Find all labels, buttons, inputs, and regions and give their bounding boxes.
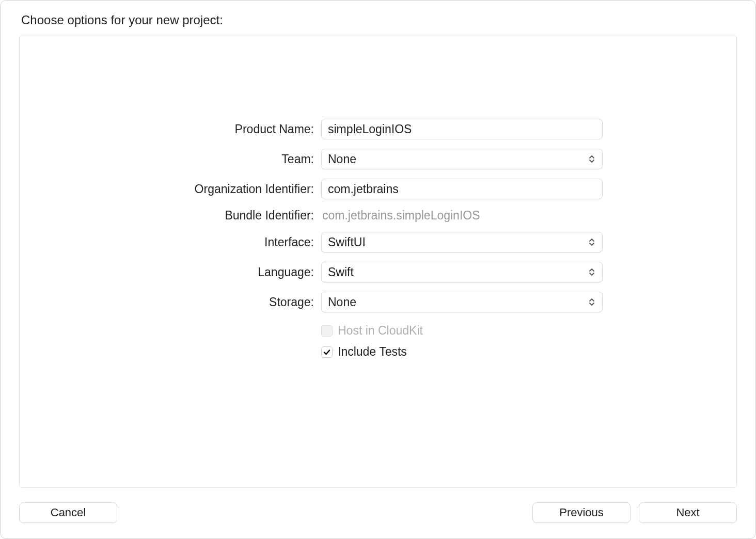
include-tests-row: Include Tests [321,345,423,359]
org-identifier-input[interactable] [321,179,603,199]
org-identifier-label: Organization Identifier: [20,182,314,196]
bundle-identifier-row: Bundle Identifier: com.jetbrains.simpleL… [20,209,736,223]
updown-icon [588,298,596,306]
updown-icon [588,239,596,246]
cancel-button[interactable]: Cancel [19,502,117,523]
options-form: Product Name: Team: None [20,119,736,359]
new-project-options-dialog: Choose options for your new project: Pro… [1,1,755,538]
options-panel: Product Name: Team: None [19,36,737,488]
language-popup[interactable]: Swift [321,262,603,282]
storage-label: Storage: [20,295,314,309]
interface-value: SwiftUI [328,235,588,249]
interface-label: Interface: [20,235,314,249]
product-name-label: Product Name: [20,122,314,136]
host-cloudkit-checkbox [321,325,333,337]
product-name-row: Product Name: [20,119,736,139]
updown-icon [588,155,596,163]
language-value: Swift [328,265,588,279]
team-row: Team: None [20,149,736,169]
storage-popup[interactable]: None [321,292,603,312]
host-cloudkit-label: Host in CloudKit [338,324,423,338]
host-cloudkit-row: Host in CloudKit [321,324,423,338]
interface-row: Interface: SwiftUI [20,232,736,252]
include-tests-label: Include Tests [338,345,407,359]
checkbox-rows: Host in CloudKit Include Tests [20,322,736,359]
dialog-footer: Cancel Previous Next [19,488,737,526]
org-identifier-row: Organization Identifier: [20,179,736,199]
storage-row: Storage: None [20,292,736,312]
next-button[interactable]: Next [639,502,737,523]
product-name-input[interactable] [321,119,603,139]
dialog-title: Choose options for your new project: [19,13,737,27]
bundle-identifier-label: Bundle Identifier: [20,209,314,223]
interface-popup[interactable]: SwiftUI [321,232,603,252]
language-label: Language: [20,265,314,279]
team-popup[interactable]: None [321,149,603,169]
updown-icon [588,268,596,276]
team-value: None [328,152,588,166]
bundle-identifier-value: com.jetbrains.simpleLoginIOS [321,209,480,223]
previous-button[interactable]: Previous [532,502,631,523]
include-tests-checkbox[interactable] [321,346,333,358]
language-row: Language: Swift [20,262,736,282]
team-label: Team: [20,152,314,166]
storage-value: None [328,295,588,309]
checkmark-icon [323,348,331,356]
